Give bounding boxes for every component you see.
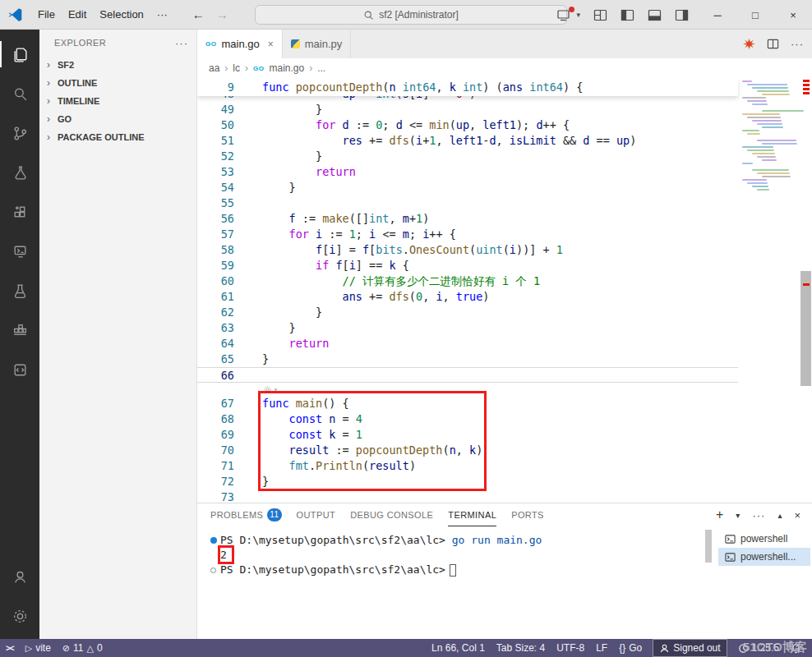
run-task-vite[interactable]: ▷ vite: [20, 639, 57, 657]
breadcrumb-item[interactable]: ...: [317, 62, 325, 74]
breadcrumb-item[interactable]: aa: [209, 62, 219, 74]
code-line-56[interactable]: 56 f := make([]int, m+1): [197, 211, 738, 227]
code-line-62[interactable]: 62 }: [197, 305, 738, 320]
activity-extensions[interactable]: [0, 192, 39, 232]
close-panel-icon[interactable]: ×: [794, 509, 800, 521]
editor-more-icon[interactable]: ···: [791, 38, 804, 50]
play-icon: ▷: [25, 643, 32, 654]
activity-account[interactable]: [0, 557, 39, 596]
watermark: 51CTO博客: [743, 640, 807, 655]
code-line-59[interactable]: 59 if f[i] == k {: [197, 258, 738, 273]
code-line-52[interactable]: 52 }: [197, 149, 738, 164]
code-text: }: [241, 351, 269, 367]
code-line-66[interactable]: 66: [197, 367, 738, 383]
maximize-panel-icon[interactable]: ▴: [777, 511, 782, 520]
tab-close-icon[interactable]: ×: [268, 39, 274, 50]
minimap-line: [762, 94, 790, 95]
code-line-54[interactable]: 54 }: [197, 180, 738, 195]
minimap-line: [752, 103, 768, 105]
encoding[interactable]: UTF-8: [551, 639, 590, 657]
activity-testing[interactable]: [0, 271, 39, 310]
activity-source-control[interactable]: [0, 113, 39, 153]
toggle-sidebar-icon[interactable]: [621, 9, 634, 21]
back-arrow-icon[interactable]: ←: [192, 7, 205, 21]
screencast-dropdown-icon[interactable]: ▾: [576, 11, 580, 19]
code-line-49[interactable]: 49 }: [197, 102, 738, 117]
sidebar-section-timeline[interactable]: ›TIMELINE: [39, 92, 196, 110]
minimize-button[interactable]: ─: [699, 0, 736, 30]
tab-size[interactable]: Tab Size: 4: [491, 639, 551, 657]
python-file-icon: [291, 39, 300, 48]
panel-tab-debug-console[interactable]: DEBUG CONSOLE: [350, 503, 433, 526]
code-line-53[interactable]: 53 return: [197, 164, 738, 180]
eol[interactable]: LF: [590, 639, 613, 657]
sidebar-section-outline[interactable]: ›OUTLINE: [39, 74, 196, 92]
code-line-58[interactable]: 58 f[i] = f[bits.OnesCount(uint(i))] + 1: [197, 242, 738, 258]
customize-layout-icon[interactable]: [593, 9, 607, 21]
panel-tab-ports[interactable]: PORTS: [511, 503, 544, 526]
sidebar-section-sf2[interactable]: ›SF2: [39, 56, 196, 74]
editor-scrollbar[interactable]: [800, 271, 811, 386]
panel-tab-problems[interactable]: PROBLEMS11: [210, 503, 282, 526]
code-line-50[interactable]: 50 for d := 0; d <= min(up, left1); d++ …: [197, 117, 738, 133]
problems-summary[interactable]: ⊘ 11 △ 0: [57, 639, 108, 657]
terminal-dropdown-icon[interactable]: ▾: [736, 511, 740, 520]
menu-selection[interactable]: Selection: [93, 5, 150, 24]
breadcrumb: aa›lc›GOmain.go›...: [197, 58, 812, 78]
code-text: }: [241, 305, 322, 320]
code-line-65[interactable]: 65}: [197, 351, 738, 367]
warning-count: 0: [97, 642, 103, 654]
code-line-64[interactable]: 64 return: [197, 336, 738, 351]
terminal-instance-2[interactable]: powershell...: [718, 548, 810, 566]
code-line-61[interactable]: 61 ans += dfs(0, i, true): [197, 289, 738, 305]
forward-arrow-icon[interactable]: →: [216, 7, 228, 21]
search-input[interactable]: sf2 [Administrator]: [255, 5, 567, 25]
menu-file[interactable]: File: [31, 5, 62, 24]
activity-remote-explorer[interactable]: [0, 232, 39, 271]
screencast-icon[interactable]: [557, 9, 571, 21]
code-line-57[interactable]: 57 for i := 1; i <= m; i++ {: [197, 227, 738, 242]
accounts-status[interactable]: Signed out: [653, 639, 727, 657]
sticky-scroll-line[interactable]: 9func popcountDepth(n int64, k int) (ans…: [197, 78, 738, 96]
toggle-panel-icon[interactable]: [648, 9, 662, 21]
code-line-51[interactable]: 51 res += dfs(i+1, left1-d, isLimit && d…: [197, 133, 738, 149]
extension-flame-icon[interactable]: [743, 38, 755, 50]
breadcrumb-item[interactable]: main.go: [269, 62, 304, 74]
sidebar-section-go[interactable]: ›GO: [39, 110, 196, 128]
remote-indicator[interactable]: ><: [0, 639, 20, 657]
terminal-instance-1[interactable]: powershell: [718, 530, 810, 548]
line-number: 58: [197, 242, 241, 258]
code-editor[interactable]: 48 up = int(s[i] - '0')49 }50 for d := 0…: [197, 78, 812, 503]
minimap[interactable]: [738, 78, 799, 503]
sidebar-section-package-outline[interactable]: ›PACKAGE OUTLINE: [39, 128, 196, 146]
activity-run-and-debug[interactable]: [0, 153, 39, 192]
language-mode[interactable]: {} Go: [613, 639, 648, 657]
code-line-55[interactable]: 55: [197, 195, 738, 211]
panel-more-icon[interactable]: ···: [752, 509, 765, 521]
notification-dot: [569, 7, 574, 12]
terminal-scrollbar[interactable]: [705, 530, 712, 628]
activity-settings[interactable]: [0, 596, 39, 636]
toggle-secondary-sidebar-icon[interactable]: [675, 9, 689, 21]
code-line-60[interactable]: 60 // 计算有多少个二进制恰好有 i 个 1: [197, 273, 738, 289]
explorer-more-icon[interactable]: ···: [175, 37, 188, 49]
minimap-line: [742, 80, 752, 82]
cursor-position[interactable]: Ln 66, Col 1: [426, 639, 491, 657]
panel-tab-output[interactable]: OUTPUT: [297, 503, 336, 526]
close-button[interactable]: ×: [774, 0, 812, 30]
tab-main-py[interactable]: main.py: [283, 30, 352, 58]
code-line-73[interactable]: 73: [197, 489, 738, 503]
panel-tab-terminal[interactable]: TERMINAL: [448, 503, 496, 526]
activity-explorer[interactable]: [0, 34, 39, 74]
code-line-63[interactable]: 63 }: [197, 320, 738, 336]
menu-overflow[interactable]: ···: [150, 5, 174, 24]
menu-edit[interactable]: Edit: [62, 5, 93, 24]
tab-main-go[interactable]: GOmain.go×: [197, 30, 283, 58]
breadcrumb-item[interactable]: lc: [233, 62, 240, 74]
activity-snippets[interactable]: [0, 350, 39, 389]
activity-containers[interactable]: [0, 310, 39, 350]
maximize-button[interactable]: □: [736, 0, 774, 30]
activity-search[interactable]: [0, 74, 39, 113]
split-editor-icon[interactable]: [767, 38, 779, 50]
new-terminal-icon[interactable]: +: [716, 508, 723, 522]
